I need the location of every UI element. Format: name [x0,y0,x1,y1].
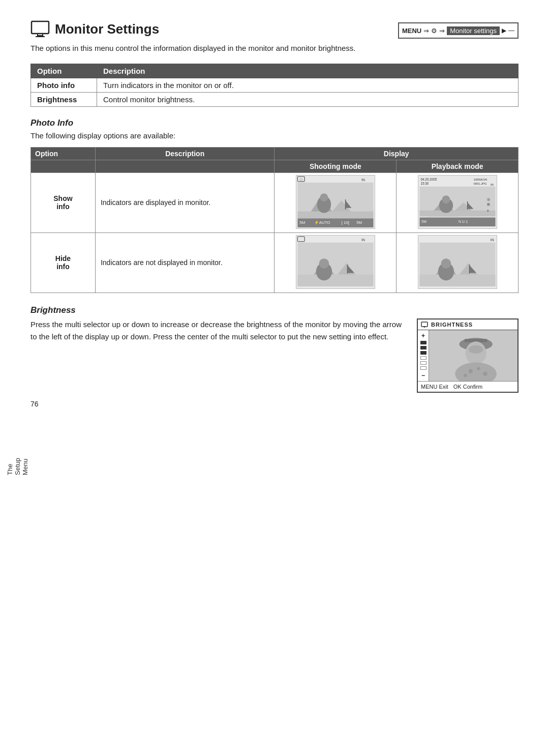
table-row: Brightness Control monitor brightness. [31,92,518,106]
svg-point-68 [464,373,467,376]
hide-info-option: Hideinfo [31,232,96,293]
table-row: Showinfo Indicators are displayed in mon… [31,172,518,232]
brightness-text: Press the multi selector up or down to i… [30,318,402,343]
svg-text:0001.JPG: 0001.JPG [473,182,487,185]
title-block: Monitor Settings [30,20,159,38]
brightness-panel: BRIGHTNESS + − [417,318,518,393]
photo-info-section: Photo Info The following display options… [30,118,518,293]
svg-text:100NKON: 100NKON [473,178,487,181]
svg-text:N  1/  1: N 1/ 1 [459,220,468,223]
sidebar-text: The Setup Menu [6,458,29,475]
show-info-option: Showinfo [31,172,96,232]
brightness-box: BRIGHTNESS + − [417,318,518,393]
shooting-hide-svg: IN [296,235,375,289]
brightness-panel-title: BRIGHTNESS [431,322,473,328]
brightness-title-bar: BRIGHTNESS [418,319,517,330]
bar-seg-1 [420,341,426,344]
svg-text:IN: IN [490,238,494,241]
bar-seg-4 [420,356,426,360]
svg-point-45 [319,258,329,269]
show-info-desc: Indicators are displayed in monitor. [95,172,274,232]
svg-text:[ 10]: [ 10] [342,220,349,225]
brightness-section: Brightness Press the multi selector up o… [30,305,518,393]
page-header: Monitor Settings MENU ⇒ ⚙ ⇒ Monitor sett… [30,20,518,39]
svg-text:15:30: 15:30 [420,181,429,185]
portrait-svg [429,330,517,381]
playback-show-svg: 04.20.2005 15:30 100NKON 0001.JPG IN [418,175,497,229]
bar-seg-3 [420,351,426,355]
simple-row1-desc: Turn indicators in the monitor on or off… [97,78,518,92]
svg-point-54 [441,258,451,269]
brightness-plus: + [421,332,425,339]
simple-table: Option Description Photo info Turn indic… [30,64,518,107]
svg-point-69 [483,371,487,375]
svg-text:◎: ◎ [486,197,490,201]
simple-table-header-option: Option [31,64,97,78]
svg-text:5M: 5M [421,220,426,223]
svg-text:□: □ [300,177,302,181]
breadcrumb-icon: ⚙ [431,27,437,35]
hide-info-shooting-img: IN [274,232,396,293]
svg-point-67 [477,367,480,370]
table-row: Hideinfo Indicators are not displayed in… [31,232,518,293]
brightness-slider: + − [418,330,429,381]
breadcrumb-arrow2: ⇒ [439,27,445,35]
simple-row2-desc: Control monitor brightness. [97,92,518,106]
svg-rect-57 [421,322,428,327]
svg-text:⚡AUTO: ⚡AUTO [314,220,330,225]
svg-text:5M: 5M [356,220,362,225]
svg-rect-0 [32,21,49,34]
svg-text:⊞: ⊞ [486,202,490,206]
simple-table-header-desc: Description [97,64,518,78]
page-title: Monitor Settings [55,21,159,37]
breadcrumb-dash: — [508,27,514,34]
monitor-svg-icon [30,20,50,38]
svg-rect-43 [297,274,373,286]
svg-text:04.20.2005: 04.20.2005 [420,177,437,181]
photo-info-heading: Photo Info [30,118,518,128]
brightness-exit: MENU Exit [421,384,448,390]
breadcrumb-play: ▶ [502,27,506,34]
brightness-img-area: + − [418,330,517,381]
brightness-heading: Brightness [30,305,518,315]
table-row: Photo info Turn indicators in the monito… [31,78,518,92]
bar-seg-6 [420,366,426,370]
brightness-content: Press the multi selector up or down to i… [30,318,518,393]
svg-point-29 [442,195,450,203]
svg-text:5M: 5M [299,220,305,225]
breadcrumb-arrow1: ⇒ [423,27,429,35]
complex-table: Option Description Display Shooting mode… [30,147,518,293]
svg-point-64 [469,345,483,353]
monitor-icon [30,20,50,38]
breadcrumb: MENU ⇒ ⚙ ⇒ Monitor settings ▶ — [398,22,518,39]
simple-row2-option: Brightness [31,92,97,106]
svg-rect-14 [297,218,373,227]
col-option-blank [31,160,96,172]
col-option-header: Option [31,147,96,160]
svg-text:IN: IN [361,178,365,181]
svg-text:±: ± [486,208,489,212]
brightness-footer: MENU Exit OK Confirm [418,381,517,392]
svg-rect-38 [297,236,304,241]
svg-point-11 [320,193,328,201]
svg-rect-52 [419,274,495,286]
intro-text: The options in this menu control the inf… [30,43,518,54]
svg-text:IN: IN [361,238,365,241]
hide-info-desc: Indicators are not displayed in monitor. [95,232,274,293]
show-info-playback-img: 04.20.2005 15:30 100NKON 0001.JPG IN [396,172,518,232]
playback-hide-svg: IN [418,235,497,289]
svg-rect-35 [419,217,495,226]
brightness-portrait [429,330,517,381]
photo-info-intro: The following display options are availa… [30,131,518,140]
svg-rect-27 [419,210,495,216]
display-header: Display [274,147,518,160]
hide-info-label: Hideinfo [55,254,71,271]
col-shooting-header: Shooting mode [274,160,396,172]
col-desc-header: Description [95,147,274,160]
page-number: 76 [30,400,39,408]
svg-rect-9 [297,211,373,218]
col-desc-blank [95,160,274,172]
col-playback-header: Playback mode [396,160,518,172]
bar-seg-5 [420,361,426,365]
breadcrumb-menu: MENU [402,27,421,35]
